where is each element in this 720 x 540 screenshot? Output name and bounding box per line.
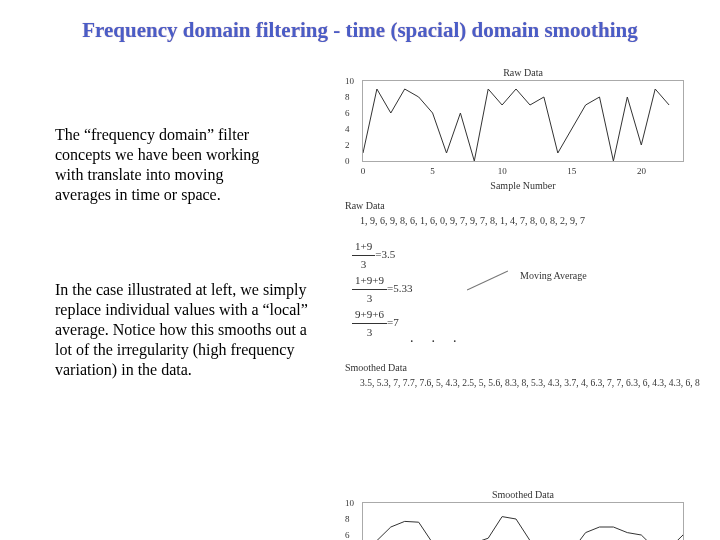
calc-eq: =3.5 <box>375 248 395 260</box>
chart-raw: Raw Data 0 2 4 6 8 10 0 5 10 15 20 Sampl… <box>362 80 684 162</box>
ellipsis-icon: ... <box>410 330 475 346</box>
ytick: 10 <box>345 76 354 86</box>
calc-block: 1+93=3.5 1+9+93=5.33 9+9+63=7 <box>352 238 412 340</box>
ytick: 6 <box>345 530 350 540</box>
xtick: 15 <box>567 166 576 176</box>
ytick: 8 <box>345 92 350 102</box>
figure-panel: Raw Data 0 2 4 6 8 10 0 5 10 15 20 Sampl… <box>340 70 700 530</box>
smoothed-data-label: Smoothed Data <box>345 362 407 373</box>
calc-eq: =5.33 <box>387 282 412 294</box>
calc-den: 3 <box>352 290 387 307</box>
xtick: 10 <box>498 166 507 176</box>
paragraph-1: The “frequency domain” filter concepts w… <box>55 125 280 205</box>
raw-data-label: Raw Data <box>345 200 385 211</box>
smoothed-data-values: 3.5, 5.3, 7, 7.7, 7.6, 5, 4.3, 2.5, 5, 5… <box>360 378 700 388</box>
calc-eq: =7 <box>387 316 399 328</box>
chart-raw-title: Raw Data <box>363 67 683 78</box>
chart-smoothed-title: Smoothed Data <box>363 489 683 500</box>
chart-smoothed-line <box>363 503 683 540</box>
ytick: 6 <box>345 108 350 118</box>
calc-num: 1+9+9 <box>352 272 387 290</box>
ytick: 10 <box>345 498 354 508</box>
raw-data-values: 1, 9, 6, 9, 8, 6, 1, 6, 0, 9, 7, 9, 7, 8… <box>360 215 690 226</box>
ytick: 2 <box>345 140 350 150</box>
calc-row: 1+93=3.5 <box>352 238 412 272</box>
page-title: Frequency domain filtering - time (spaci… <box>0 18 720 43</box>
ytick: 8 <box>345 514 350 524</box>
arrow-line-icon <box>467 271 508 291</box>
calc-row: 1+9+93=5.33 <box>352 272 412 306</box>
ytick: 0 <box>345 156 350 166</box>
chart-raw-line <box>363 81 683 161</box>
chart-raw-xlabel: Sample Number <box>363 180 683 191</box>
paragraph-2: In the case illustrated at left, we simp… <box>55 280 315 380</box>
xtick: 20 <box>637 166 646 176</box>
chart-smoothed: Smoothed Data 0 2 4 6 8 10 0 5 10 15 20 … <box>362 502 684 540</box>
xtick: 5 <box>430 166 435 176</box>
calc-den: 3 <box>352 324 387 341</box>
xtick: 0 <box>361 166 366 176</box>
moving-average-label: Moving Average <box>520 270 587 281</box>
calc-row: 9+9+63=7 <box>352 306 412 340</box>
slide-page: Frequency domain filtering - time (spaci… <box>0 0 720 540</box>
calc-num: 9+9+6 <box>352 306 387 324</box>
ytick: 4 <box>345 124 350 134</box>
calc-den: 3 <box>352 256 375 273</box>
calc-num: 1+9 <box>352 238 375 256</box>
